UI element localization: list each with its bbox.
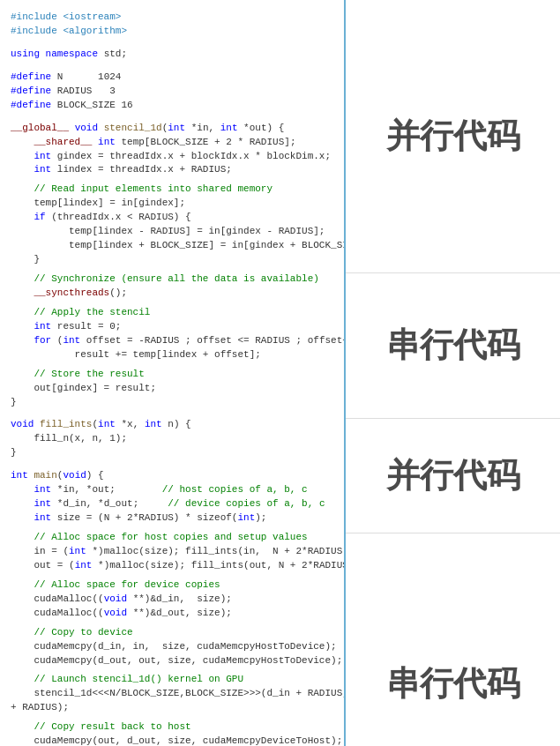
define-section: #define N 1024 #define RADIUS 3 #define … (11, 71, 337, 113)
code-line: int lindex = threadIdx.x + RADIUS; (11, 163, 337, 177)
code-line: #define N 1024 (11, 71, 337, 85)
code-line: // Store the result (11, 368, 337, 382)
code-line: int gindex = threadIdx.x + blockIdx.x * … (11, 150, 337, 164)
serial-text-2: 串行代码 (386, 664, 520, 705)
fill-ints-section: void fill_ints(int *x, int n) { fill_n(x… (11, 418, 337, 460)
code-line: stencil_1d<<<N/BLOCK_SIZE,BLOCK_SIZE>>>(… (11, 687, 337, 701)
code-line: if (threadIdx.x < RADIUS) { (11, 211, 337, 225)
code-line: __shared__ int temp[BLOCK_SIZE + 2 * RAD… (11, 136, 337, 150)
code-line: in = (int *)malloc(size); fill_ints(in, … (11, 545, 337, 559)
code-line: cudaMalloc((void **)&d_in, size); (11, 593, 337, 607)
code-line: for (int offset = -RADIUS ; offset <= RA… (11, 334, 337, 348)
code-line: void fill_ints(int *x, int n) { (11, 418, 337, 432)
code-line: + RADIUS); (11, 701, 337, 715)
code-line: result += temp[lindex + offset]; (11, 348, 337, 362)
parallel-text-2: 并行代码 (386, 456, 520, 496)
parallel-text-1: 并行代码 (386, 116, 520, 157)
code-line: __global__ void stencil_1d(int *in, int … (11, 122, 337, 136)
code-line: cudaMemcpy(d_in, in, size, cudaMemcpyHos… (11, 640, 337, 654)
code-line: // Alloc space for host copies and setup… (11, 531, 337, 545)
code-line: // Synchronize (ensure all the data is a… (11, 272, 337, 287)
serial-label-1: 串行代码 (346, 273, 560, 419)
code-line: out[gindex] = result; (11, 382, 337, 396)
code-line: __syncthreads(); (11, 287, 337, 301)
code-line: } (11, 253, 337, 267)
main-container: #include <iostream> #include <algorithm>… (0, 0, 560, 746)
code-line: cudaMalloc((void **)&d_out, size); (11, 607, 337, 621)
code-line: #define BLOCK_SIZE 16 (11, 99, 337, 113)
code-line: temp[lindex] = in[gindex]; (11, 197, 337, 211)
kernel-section: __global__ void stencil_1d(int *in, int … (11, 122, 337, 410)
serial-label-2: 串行代码 (346, 533, 560, 746)
code-line: int main(void) { (11, 469, 337, 483)
include-section: #include <iostream> #include <algorithm> (11, 11, 337, 39)
code-line: #define RADIUS 3 (11, 85, 337, 99)
code-line: using namespace std; (11, 48, 337, 62)
code-line: // Apply the stencil (11, 306, 337, 320)
code-line: int *d_in, *d_out; // device copies of a… (11, 497, 337, 511)
code-line: // Alloc space for device copies (11, 578, 337, 593)
code-line: #include <iostream> (11, 11, 337, 25)
code-line: } (11, 396, 337, 410)
code-line: int *in, *out; // host copies of a, b, c (11, 483, 337, 497)
code-panel: #include <iostream> #include <algorithm>… (0, 0, 344, 746)
code-line: // Launch stencil_1d() kernel on GPU (11, 673, 337, 687)
code-line: int size = (N + 2*RADIUS) * sizeof(int); (11, 511, 337, 526)
serial-text-1: 串行代码 (386, 325, 520, 366)
code-line: cudaMemcpy(out, d_out, size, cudaMemcpyD… (11, 735, 337, 746)
code-line: } (11, 446, 337, 460)
code-line: // Copy result back to host (11, 720, 337, 735)
code-line: out = (int *)malloc(size); fill_ints(out… (11, 559, 337, 573)
code-line: int result = 0; (11, 320, 337, 334)
code-line: #include <algorithm> (11, 25, 337, 39)
code-line: fill_n(x, n, 1); (11, 432, 337, 446)
label-panel: 并行代码 串行代码 并行代码 串行代码 (344, 0, 560, 746)
namespace-section: using namespace std; (11, 48, 337, 62)
code-line: temp[lindex + BLOCK_SIZE] = in[gindex + … (11, 239, 337, 253)
parallel-label-2: 并行代码 (346, 419, 560, 533)
parallel-label-1: 并行代码 (346, 0, 560, 273)
code-line: // Copy to device (11, 626, 337, 640)
code-line: cudaMemcpy(d_out, out, size, cudaMemcpyH… (11, 654, 337, 668)
code-line: // Read input elements into shared memor… (11, 183, 337, 197)
code-line: temp[lindex - RADIUS] = in[gindex - RADI… (11, 225, 337, 239)
main-section: int main(void) { int *in, *out; // host … (11, 469, 337, 746)
